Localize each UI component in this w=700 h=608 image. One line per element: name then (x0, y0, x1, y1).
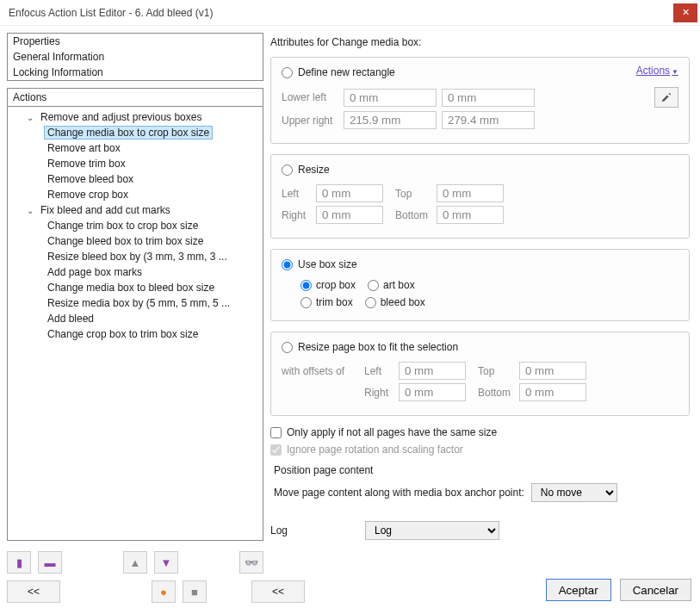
close-button[interactable]: ✕ (673, 3, 697, 22)
log-label: Log (270, 524, 365, 537)
resize-page-radio[interactable] (282, 342, 293, 353)
properties-item[interactable]: Properties (8, 34, 263, 49)
move-content-label: Move page content along with media box a… (274, 487, 524, 499)
bleed-box-option[interactable]: bleed box (365, 296, 425, 308)
define-rect-group: Define new rectangle Actions▼ Lower left… (270, 57, 690, 144)
ignore-rotation-label: Ignore page rotation and scaling factor (287, 444, 463, 456)
tree-item[interactable]: Remove art box (9, 140, 261, 156)
title-bar: Enfocus Action List Editor - 6. Add blee… (0, 0, 700, 26)
stop-button[interactable]: ■ (183, 580, 207, 603)
art-box-radio[interactable] (368, 280, 379, 291)
properties-item[interactable]: Locking Information (8, 65, 263, 80)
actions-tree-panel: Actions ⌄ Remove and adjust previous box… (7, 88, 263, 541)
document-icon: ▮ (16, 556, 22, 569)
arrow-down-icon: ▼ (161, 556, 172, 569)
resize-page-group: Resize page box to fit the selection wit… (270, 332, 690, 416)
tree-item[interactable]: Change crop box to trim box size (9, 326, 261, 342)
actions-link[interactable]: Actions▼ (636, 65, 678, 77)
properties-list[interactable]: Properties General Information Locking I… (7, 33, 263, 81)
lower-left-label: Lower left (282, 91, 344, 103)
tree-item[interactable]: Resize bleed box by (3 mm, 3 mm, 3 ... (9, 249, 261, 264)
bleed-box-radio[interactable] (365, 297, 376, 308)
bottom-label: Bottom (395, 209, 437, 221)
resize-top-input[interactable] (437, 184, 504, 202)
define-new-radio[interactable] (282, 67, 293, 78)
upper-right-y-input[interactable] (442, 111, 535, 129)
back-button-1[interactable]: << (7, 580, 60, 603)
glasses-icon: 👓 (245, 556, 258, 569)
right-label: Right (282, 209, 316, 221)
circle-icon: ● (160, 586, 167, 599)
resize-group: Resize Left Top Right Bottom (270, 154, 690, 239)
ignore-rotation-checkbox (270, 444, 282, 456)
actions-tree[interactable]: ⌄ Remove and adjust previous boxes Chang… (8, 107, 263, 540)
trim-box-radio[interactable] (300, 297, 312, 308)
offset-left-input[interactable] (399, 362, 466, 380)
only-apply-label: Only apply if not all pages have the sam… (287, 426, 497, 438)
resize-bottom-input[interactable] (437, 206, 504, 224)
window-title: Enfocus Action List Editor - 6. Add blee… (9, 7, 673, 19)
upper-right-label: Upper right (282, 115, 344, 127)
offset-bottom-input[interactable] (519, 383, 586, 401)
chevron-down-icon: ▼ (672, 68, 678, 76)
log-select[interactable]: Log (365, 521, 499, 540)
only-apply-checkbox[interactable] (270, 427, 282, 438)
trim-box-option[interactable]: trim box (300, 296, 353, 308)
with-offsets-label: with offsets of (282, 365, 364, 377)
anchor-select[interactable]: No move (531, 483, 617, 502)
tree-item[interactable]: Change trim box to crop box size (9, 218, 261, 233)
position-title: Position page content (274, 464, 690, 476)
tool-button-2[interactable]: ▬ (38, 551, 62, 574)
left-label: Left (364, 365, 399, 377)
tree-item[interactable]: Change media box to bleed box size (9, 280, 261, 295)
resize-radio[interactable] (282, 164, 293, 176)
chevron-down-icon[interactable]: ⌄ (23, 113, 37, 122)
panel-title: Attributes for Change media box: (270, 34, 690, 57)
crop-box-option[interactable]: crop box (300, 279, 356, 291)
top-label: Top (478, 365, 519, 377)
offset-top-input[interactable] (519, 362, 586, 380)
tree-item[interactable]: Resize media box by (5 mm, 5 mm, 5 ... (9, 295, 261, 311)
radio-label: Resize page box to fit the selection (298, 341, 458, 353)
lower-left-y-input[interactable] (442, 89, 535, 107)
left-label: Left (282, 188, 316, 200)
move-up-button[interactable]: ▲ (123, 551, 147, 574)
ok-button[interactable]: Aceptar (546, 579, 611, 601)
chevron-down-icon[interactable]: ⌄ (23, 206, 37, 215)
tree-item[interactable]: Change media box to crop box size (9, 125, 261, 140)
properties-item[interactable]: General Information (8, 49, 263, 65)
art-box-option[interactable]: art box (368, 279, 415, 291)
tree-group[interactable]: ⌄ Remove and adjust previous boxes (9, 109, 261, 125)
lower-left-x-input[interactable] (344, 89, 437, 107)
crop-box-radio[interactable] (300, 280, 312, 291)
radio-label: Define new rectangle (298, 66, 395, 78)
tool-button-preview[interactable]: 👓 (239, 551, 263, 574)
move-down-button[interactable]: ▼ (154, 551, 178, 574)
tree-item[interactable]: Remove trim box (9, 156, 261, 171)
eyedropper-button[interactable] (654, 87, 678, 108)
use-box-radio[interactable] (282, 259, 293, 270)
record-button[interactable]: ● (152, 580, 176, 603)
tree-item[interactable]: Remove crop box (9, 187, 261, 202)
tree-item[interactable]: Add bleed (9, 311, 261, 326)
upper-right-x-input[interactable] (344, 111, 437, 129)
resize-left-input[interactable] (316, 184, 383, 202)
square-icon: ■ (191, 586, 198, 599)
tree-item[interactable]: Add page box marks (9, 264, 261, 280)
tree-item[interactable]: Remove bleed box (9, 171, 261, 187)
radio-label: Resize (298, 164, 330, 176)
eyedropper-icon (660, 91, 672, 103)
offset-right-input[interactable] (399, 383, 466, 401)
tree-item[interactable]: Change bleed box to trim box size (9, 233, 261, 249)
radio-label: Use box size (298, 258, 357, 270)
tree-group[interactable]: ⌄ Fix bleed and add cut marks (9, 202, 261, 218)
resize-right-input[interactable] (316, 206, 383, 224)
right-label: Right (364, 387, 399, 399)
tool-button-1[interactable]: ▮ (7, 551, 31, 574)
cancel-button[interactable]: Cancelar (620, 579, 691, 601)
attributes-panel: Attributes for Change media box: Define … (270, 33, 693, 541)
top-label: Top (395, 188, 437, 200)
close-icon: ✕ (682, 7, 690, 18)
use-box-group: Use box size crop box art box trim box b… (270, 249, 690, 321)
back-button-2[interactable]: << (251, 580, 305, 603)
